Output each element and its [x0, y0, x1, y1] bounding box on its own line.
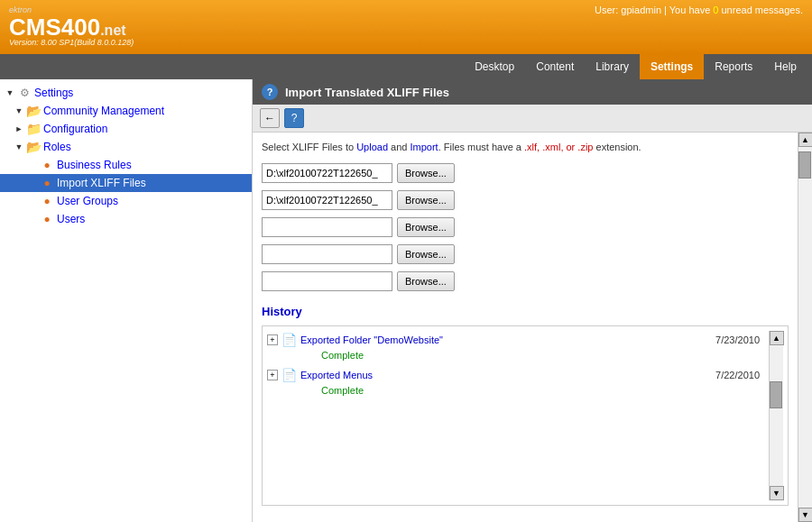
expand-box-2[interactable]: + [267, 370, 278, 380]
sidebar-item-roles[interactable]: ▼ 📂 Roles [0, 138, 252, 156]
history-date-2: 7/22/2010 [715, 370, 769, 380]
main-scroll-down[interactable]: ▼ [798, 508, 813, 522]
toolbar: ← ? [253, 105, 812, 133]
ug-icon: ● [40, 194, 54, 208]
navbar: Desktop Content Library Settings Reports… [0, 54, 812, 79]
import-xliff-label[interactable]: Import XLIFF Files [57, 177, 146, 189]
file-input-3[interactable] [262, 217, 392, 237]
br-icon: ● [40, 158, 54, 172]
file-input-5[interactable] [262, 271, 392, 291]
file-row-5: Browse... [262, 271, 789, 291]
nav-reports[interactable]: Reports [704, 54, 763, 79]
history-scrollbar[interactable]: ▲ ▼ [769, 331, 783, 500]
history-item-left-2: + 📄 Exported Menus [267, 368, 373, 382]
roles-label[interactable]: Roles [43, 141, 71, 153]
file-row-2: Browse... [262, 190, 789, 210]
history-item-1: + 📄 Exported Folder "DemoWebsite" 7/23/2… [267, 331, 769, 362]
user-groups-label[interactable]: User Groups [57, 195, 118, 207]
file-row-4: Browse... [262, 244, 789, 264]
header: ektron CMS400.net Version: 8.00 SP1(Buil… [0, 0, 812, 54]
logo-net: .net [100, 23, 125, 38]
file-input-2[interactable] [262, 190, 392, 210]
user-label: User: gpiadmin | You have [595, 5, 710, 15]
version-text: Version: 8.00 SP1(Build 8.0.0.128) [9, 39, 134, 48]
logo-400: 400 [61, 14, 100, 41]
file-row-3: Browse... [262, 217, 789, 237]
sidebar-item-community[interactable]: ▼ 📂 Community Management [0, 102, 252, 120]
community-folder-icon: 📂 [26, 104, 41, 118]
nav-settings[interactable]: Settings [640, 54, 704, 79]
sidebar-item-import-xliff[interactable]: ► ● Import XLIFF Files [0, 174, 252, 192]
nav-desktop[interactable]: Desktop [464, 54, 525, 79]
title-icon: ? [262, 84, 278, 100]
scroll-thumb[interactable] [770, 381, 782, 408]
file-input-4[interactable] [262, 244, 392, 264]
community-label[interactable]: Community Management [43, 105, 164, 117]
content-area: ? Import Translated XLIFF Files ← ? Sele… [253, 79, 812, 522]
main-outer-scrollbar[interactable]: ▲ ▼ [798, 133, 812, 522]
sidebar-item-users[interactable]: ► ● Users [0, 210, 252, 228]
upload-link: Upload [356, 142, 388, 152]
users-label[interactable]: Users [57, 213, 85, 225]
unread-label: unread messages. [722, 5, 804, 15]
sidebar-item-settings[interactable]: ▼ ⚙ Settings [0, 84, 252, 102]
ext-text: .xlf, .xml, or .zip [524, 142, 593, 152]
main-scroll-thumb[interactable] [798, 151, 811, 179]
browse-button-5[interactable]: Browse... [397, 271, 455, 291]
browse-button-2[interactable]: Browse... [397, 190, 455, 210]
title-bar: ? Import Translated XLIFF Files [253, 79, 812, 105]
history-title: History [262, 305, 789, 318]
nav-library[interactable]: Library [585, 54, 640, 79]
scroll-down-btn[interactable]: ▼ [770, 486, 784, 500]
history-item-row-1: + 📄 Exported Folder "DemoWebsite" 7/23/2… [267, 331, 769, 349]
expand-icon-settings: ▼ [5, 87, 15, 98]
sidebar-item-business-rules[interactable]: ► ● Business Rules [0, 156, 252, 174]
settings-label[interactable]: Settings [34, 87, 73, 99]
expand-icon-roles: ▼ [14, 142, 24, 152]
history-icon-1: 📄 [281, 333, 297, 347]
file-input-1[interactable] [262, 163, 392, 183]
sidebar-item-configuration[interactable]: ► 📁 Configuration [0, 120, 252, 138]
sidebar: ▼ ⚙ Settings ▼ 📂 Community Management ► … [0, 79, 253, 522]
unread-count: 0 [713, 5, 718, 15]
file-row-1: Browse... [262, 163, 789, 183]
business-rules-label[interactable]: Business Rules [57, 159, 132, 171]
history-list: + 📄 Exported Folder "DemoWebsite" 7/23/2… [267, 331, 769, 500]
main-layout: ▼ ⚙ Settings ▼ 📂 Community Management ► … [0, 79, 812, 522]
history-name-1: Exported Folder "DemoWebsite" [300, 334, 443, 345]
import-link: Import [410, 142, 438, 152]
logo-main: CMS400.net [9, 15, 134, 39]
browse-button-4[interactable]: Browse... [397, 244, 455, 264]
scroll-track [770, 345, 783, 486]
nav-content[interactable]: Content [525, 54, 585, 79]
logo-cms: CMS [9, 14, 61, 41]
history-name-2: Exported Menus [300, 370, 373, 380]
expand-box-1[interactable]: + [267, 334, 278, 345]
browse-button-3[interactable]: Browse... [397, 217, 455, 237]
nav-help[interactable]: Help [763, 54, 807, 79]
main-content: Select XLIFF Files to Upload and Import.… [253, 133, 798, 522]
users-icon: ● [40, 212, 54, 226]
history-area: + 📄 Exported Folder "DemoWebsite" 7/23/2… [262, 325, 789, 506]
browse-button-1[interactable]: Browse... [397, 163, 455, 183]
expand-icon-community: ▼ [14, 105, 24, 116]
history-item-left-1: + 📄 Exported Folder "DemoWebsite" [267, 333, 443, 347]
scroll-up-btn[interactable]: ▲ [770, 331, 784, 345]
user-info: User: gpiadmin | You have 0 unread messa… [595, 5, 803, 15]
configuration-label[interactable]: Configuration [43, 123, 107, 135]
logo-area: ektron CMS400.net Version: 8.00 SP1(Buil… [9, 6, 134, 48]
history-date-1: 7/23/2010 [715, 334, 769, 345]
roles-folder-icon: 📂 [26, 140, 41, 154]
settings-icon: ⚙ [17, 86, 32, 100]
back-button[interactable]: ← [260, 108, 280, 128]
sidebar-item-user-groups[interactable]: ► ● User Groups [0, 192, 252, 210]
history-item-2: + 📄 Exported Menus 7/22/2010 Complete [267, 366, 769, 397]
info-icon: ? [291, 112, 298, 124]
instruction-text: Select XLIFF Files to Upload and Import.… [262, 142, 789, 152]
configuration-folder-icon: 📁 [26, 122, 41, 136]
info-button[interactable]: ? [284, 108, 304, 128]
main-scroll-up[interactable]: ▲ [798, 133, 813, 147]
page-title: Import Translated XLIFF Files [285, 86, 449, 99]
history-status-1: Complete [294, 350, 364, 361]
xliff-icon: ● [40, 176, 54, 190]
